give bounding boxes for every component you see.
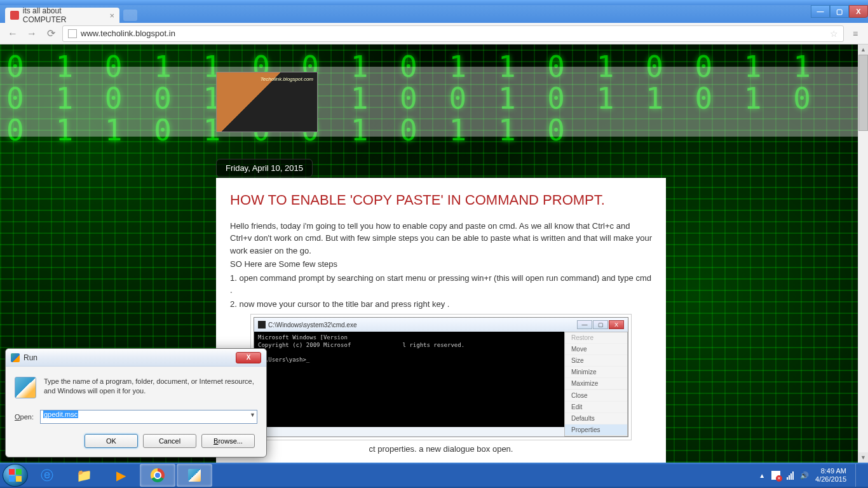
header-logo[interactable]: Techolink.blogspot.com <box>216 72 318 132</box>
scroll-down-icon[interactable]: ▼ <box>858 452 868 463</box>
cmd-title-text: C:\Windows\system32\cmd.exe <box>268 322 357 329</box>
scroll-up-icon[interactable]: ▲ <box>858 44 868 55</box>
browser-tab[interactable]: its all about COMPUTER × <box>5 8 119 23</box>
taskbar-ie[interactable]: ⓔ <box>29 464 65 487</box>
menu-size: Size <box>565 355 627 367</box>
taskbar: ⓔ 📁 ▶ ▲ 🔊 8:49 AM 4/26/2015 <box>0 463 868 488</box>
taskbar-media-player[interactable]: ▶ <box>103 464 139 487</box>
start-button[interactable] <box>3 464 28 487</box>
chrome-tab-strip: its all about COMPUTER × — ▢ X <box>0 5 868 23</box>
address-bar[interactable]: ☆ <box>62 25 844 42</box>
favicon <box>10 11 19 20</box>
run-title-text: Run <box>24 353 37 362</box>
post-date: Friday, April 10, 2015 <box>216 159 313 177</box>
post-title[interactable]: HOW TO ENABLE 'COPY PASTE' IN COMMAND PR… <box>230 191 652 210</box>
chrome-menu-button[interactable]: ≡ <box>848 26 863 41</box>
tray-overflow-icon[interactable]: ▲ <box>759 472 765 479</box>
run-ok-button[interactable]: OK <box>85 434 138 448</box>
cmd-max-icon: ▢ <box>593 320 608 329</box>
show-desktop-button[interactable] <box>855 464 862 487</box>
run-dropdown-icon[interactable]: ▼ <box>250 412 255 418</box>
context-menu: Restore Move Size Minimize Maximize Clos… <box>564 332 628 437</box>
cmd-titlebar: C:\Windows\system32\cmd.exe — ▢ X <box>254 318 628 332</box>
run-icon <box>11 353 20 362</box>
action-center-icon[interactable] <box>771 471 780 480</box>
taskbar-run[interactable] <box>177 464 212 487</box>
run-dialog: Run X Type the name of a program, folder… <box>5 348 267 458</box>
tab-title: its all about COMPUTER <box>23 6 106 24</box>
run-close-button[interactable]: X <box>236 352 261 363</box>
tab-close-icon[interactable]: × <box>109 11 114 20</box>
menu-edit: Edit <box>565 402 627 413</box>
menu-close: Close <box>565 390 627 402</box>
window-minimize-button[interactable]: — <box>811 5 830 18</box>
post-intro: Hello friends, today i'm going to tell y… <box>230 220 652 257</box>
taskbar-chrome[interactable] <box>140 464 175 487</box>
bookmark-star-icon[interactable]: ☆ <box>830 29 838 39</box>
cmd-output: Microsoft Windows [Version Copyright (c)… <box>254 332 564 427</box>
header-caption: Techolink.blogspot.com <box>261 76 313 82</box>
cmd-icon <box>258 321 266 329</box>
new-tab-button[interactable] <box>123 10 137 21</box>
run-big-icon <box>15 377 36 398</box>
chrome-toolbar: ← → ⟳ ☆ ≡ <box>0 23 868 44</box>
clock[interactable]: 8:49 AM 4/26/2015 <box>815 467 846 484</box>
page-icon <box>68 29 77 38</box>
run-browse-button[interactable]: Browse... <box>201 434 255 448</box>
menu-properties: Properties <box>565 424 627 436</box>
run-titlebar[interactable]: Run X <box>6 349 266 367</box>
window-maximize-button[interactable]: ▢ <box>830 5 849 18</box>
network-icon[interactable] <box>787 471 794 480</box>
scroll-thumb[interactable] <box>858 55 868 131</box>
cmd-screenshot: C:\Windows\system32\cmd.exe — ▢ X Micros… <box>250 314 632 440</box>
back-button[interactable]: ← <box>5 26 20 41</box>
window-close-button[interactable]: X <box>849 5 868 18</box>
blog-header: Techolink.blogspot.com <box>0 67 868 137</box>
reload-button[interactable]: ⟳ <box>43 26 58 41</box>
vertical-scrollbar[interactable]: ▲ ▼ <box>858 44 868 463</box>
menu-minimize: Minimize <box>565 367 627 378</box>
run-input[interactable]: gpedit.msc <box>40 410 257 424</box>
run-description: Type the name of a program, folder, docu… <box>44 377 257 396</box>
post-step3: ct properties. a new dialogue box open. <box>230 443 652 456</box>
run-cancel-button[interactable]: Cancel <box>143 434 196 448</box>
post-step1: 1. open command prompt by searching on s… <box>230 272 652 297</box>
post-step2: 2. now move your cursor to the title bar… <box>230 298 652 311</box>
cmd-close-icon: X <box>609 320 624 329</box>
url-input[interactable] <box>81 29 826 38</box>
menu-defaults: Defaults <box>565 413 627 424</box>
cmd-min-icon: — <box>577 320 592 329</box>
run-open-label: Open: <box>15 413 34 421</box>
blog-post: HOW TO ENABLE 'COPY PASTE' IN COMMAND PR… <box>216 178 666 463</box>
menu-move: Move <box>565 344 627 355</box>
system-tray: ▲ 🔊 8:49 AM 4/26/2015 <box>759 464 865 487</box>
taskbar-explorer[interactable]: 📁 <box>66 464 102 487</box>
menu-restore: Restore <box>565 332 627 344</box>
forward-button[interactable]: → <box>24 26 39 41</box>
volume-icon[interactable]: 🔊 <box>800 471 809 480</box>
menu-maximize: Maximize <box>565 378 627 390</box>
post-line2: SO Here are Some few steps <box>230 258 652 271</box>
